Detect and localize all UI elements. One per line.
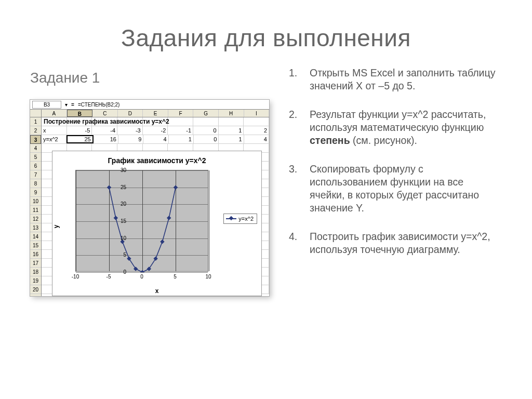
row-header: 20 bbox=[30, 285, 41, 294]
legend-label: y=x^2 bbox=[238, 216, 254, 222]
slide-title: Задания для выполнения bbox=[0, 0, 532, 66]
svg-rect-9 bbox=[167, 216, 171, 220]
y-tick-label: 0 bbox=[112, 269, 126, 275]
col-header: I bbox=[244, 110, 270, 117]
cell: 1 bbox=[219, 135, 244, 143]
row-header: 9 bbox=[30, 188, 41, 197]
instruction-text: Скопировать формулу с использованием фун… bbox=[310, 163, 501, 215]
cell: 16 bbox=[94, 135, 118, 143]
y-tick-label: 10 bbox=[112, 235, 126, 241]
legend-marker-icon bbox=[226, 218, 236, 219]
instruction-item: 3.Скопировать формулу с использованием ф… bbox=[289, 163, 501, 215]
y-tick-label: 5 bbox=[112, 252, 126, 258]
cell: 1 bbox=[219, 126, 244, 135]
row-header: 8 bbox=[30, 179, 41, 188]
col-header: A bbox=[42, 110, 67, 117]
content-row: Задание 1 B3 ▾ = =СТЕПЕНЬ(B2;2) A B C D … bbox=[0, 66, 532, 296]
cell bbox=[168, 117, 193, 126]
plot-area bbox=[75, 170, 208, 272]
col-header: F bbox=[168, 110, 194, 117]
x-tick-label: -5 bbox=[107, 274, 111, 280]
cell: у=х^2 bbox=[42, 135, 66, 143]
col-header: D bbox=[118, 110, 143, 117]
x-tick-label: 5 bbox=[174, 274, 177, 280]
instruction-text: Открыть MS Excel и заполнить таблицу зна… bbox=[310, 66, 501, 92]
instruction-list: 1.Открыть MS Excel и заполнить таблицу з… bbox=[289, 66, 501, 256]
row-header: 2 bbox=[30, 126, 41, 135]
cell bbox=[193, 117, 219, 126]
col-header: C bbox=[92, 110, 118, 117]
row-header: 13 bbox=[30, 223, 41, 232]
instruction-item: 2.Результат функции у=х^2 рассчитать, ис… bbox=[289, 108, 501, 147]
column-headers: A B C D E F G H I bbox=[30, 109, 269, 117]
fx-equals-icon: = bbox=[69, 102, 77, 108]
row-header: 14 bbox=[30, 232, 41, 241]
name-box: B3 bbox=[32, 101, 61, 109]
row-header: 4 bbox=[30, 144, 41, 153]
col-header: E bbox=[143, 110, 168, 117]
row-header: 12 bbox=[30, 215, 41, 223]
cell: 9 bbox=[118, 135, 143, 143]
cell: 1 bbox=[169, 135, 194, 143]
left-column: Задание 1 B3 ▾ = =СТЕПЕНЬ(B2;2) A B C D … bbox=[30, 66, 278, 296]
cell bbox=[219, 117, 244, 126]
x-tick-label: -10 bbox=[72, 274, 79, 280]
cell: -3 bbox=[117, 126, 143, 135]
instruction-text: Результат функции у=х^2 рассчитать, испо… bbox=[310, 108, 501, 147]
y-tick-label: 15 bbox=[112, 218, 126, 224]
svg-rect-10 bbox=[174, 185, 178, 189]
cell: -1 bbox=[168, 126, 193, 135]
col-header: G bbox=[193, 110, 219, 117]
task-subtitle: Задание 1 bbox=[30, 70, 278, 86]
name-box-dropdown-icon: ▾ bbox=[63, 102, 69, 108]
row-header: 19 bbox=[30, 276, 41, 285]
formula-text: =СТЕПЕНЬ(B2;2) bbox=[77, 102, 269, 108]
excel-screenshot: B3 ▾ = =СТЕПЕНЬ(B2;2) A B C D E F G H I … bbox=[30, 100, 269, 296]
cell: -5 bbox=[67, 126, 92, 135]
row-header: 10 bbox=[30, 197, 41, 206]
instruction-number: 3. bbox=[289, 163, 310, 215]
embedded-chart: График зависимости у=х^2 y y=x^2 0510152… bbox=[52, 151, 262, 296]
y-tick-label: 25 bbox=[112, 184, 126, 190]
x-tick-label: 10 bbox=[205, 274, 211, 280]
row-header: 7 bbox=[30, 170, 41, 179]
row-header: 5 bbox=[30, 153, 41, 162]
svg-rect-0 bbox=[107, 185, 111, 189]
col-header: B bbox=[67, 110, 93, 117]
row-header: 15 bbox=[30, 241, 41, 250]
svg-rect-6 bbox=[147, 267, 151, 271]
cell-grid: Построение графика зависимости у=х^2 x -… bbox=[42, 117, 269, 296]
cell bbox=[244, 117, 269, 126]
cell: 4 bbox=[244, 135, 269, 143]
row-header: 17 bbox=[30, 259, 41, 268]
chart-legend: y=x^2 bbox=[223, 214, 257, 224]
svg-rect-7 bbox=[153, 257, 157, 261]
chart-title: График зависимости у=х^2 bbox=[52, 151, 261, 167]
select-all-corner bbox=[30, 110, 42, 117]
cell: -2 bbox=[143, 126, 168, 135]
instruction-number: 4. bbox=[289, 230, 310, 256]
instruction-text: Построить график зависимости у=х^2, испо… bbox=[310, 230, 501, 256]
instruction-number: 1. bbox=[289, 66, 310, 92]
instruction-item: 4.Построить график зависимости у=х^2, ис… bbox=[289, 230, 501, 256]
y-tick-label: 20 bbox=[112, 201, 126, 207]
row-header: 11 bbox=[30, 206, 41, 215]
right-column: 1.Открыть MS Excel и заполнить таблицу з… bbox=[278, 66, 501, 296]
cell: 0 bbox=[194, 135, 219, 143]
x-tick-label: 0 bbox=[140, 274, 143, 280]
sheet-title-cell: Построение графика зависимости у=х^2 bbox=[44, 118, 169, 125]
chart-ylabel: y bbox=[52, 225, 60, 229]
chart-xlabel: x bbox=[52, 286, 261, 295]
svg-rect-3 bbox=[127, 257, 131, 261]
row-headers: 1 2 3 4 5 6 7 8 9 10 11 12 13 14 15 16 1 bbox=[30, 117, 42, 296]
svg-rect-8 bbox=[160, 240, 164, 244]
formula-bar: B3 ▾ = =СТЕПЕНЬ(B2;2) bbox=[30, 100, 269, 109]
row-header: 6 bbox=[30, 162, 41, 170]
cell: 2 bbox=[244, 126, 269, 135]
col-header: H bbox=[219, 110, 244, 117]
svg-rect-4 bbox=[134, 267, 138, 271]
cell: 4 bbox=[143, 135, 168, 143]
row-header: 1 bbox=[30, 117, 41, 126]
row-header: 18 bbox=[30, 268, 41, 276]
cell: 0 bbox=[193, 126, 219, 135]
